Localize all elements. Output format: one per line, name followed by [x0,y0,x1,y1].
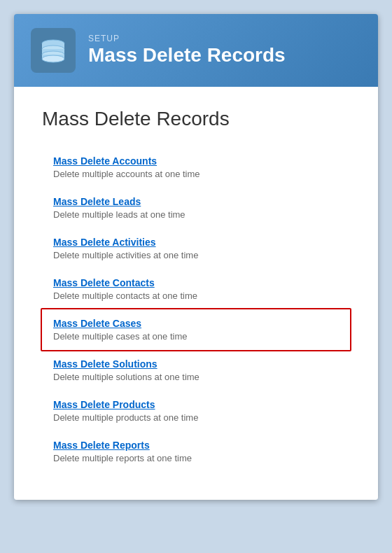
setup-label: SETUP [88,34,286,43]
menu-desc-contacts: Delete multiple contacts at one time [53,290,339,301]
menu-link-contacts[interactable]: Mass Delete Contacts [53,277,339,288]
header: SETUP Mass Delete Records [14,14,378,87]
menu-link-leads[interactable]: Mass Delete Leads [53,196,339,207]
menu-link-activities[interactable]: Mass Delete Activities [53,237,339,248]
header-title: Mass Delete Records [88,43,286,67]
header-text: SETUP Mass Delete Records [88,34,286,67]
menu-item-products: Mass Delete ProductsDelete multiple prod… [42,391,350,431]
menu-desc-solutions: Delete multiple solutions at one time [53,372,339,382]
header-icon [31,28,76,73]
menu-desc-activities: Delete multiple activities at one time [53,250,339,260]
menu-item-solutions: Mass Delete SolutionsDelete multiple sol… [42,350,350,391]
menu-link-solutions[interactable]: Mass Delete Solutions [53,358,339,370]
menu-link-products[interactable]: Mass Delete Products [53,399,339,410]
menu-desc-cases: Delete multiple cases at one time [53,331,339,342]
menu-desc-accounts: Delete multiple accounts at one time [53,169,339,179]
page-heading: Mass Delete Records [42,108,350,130]
menu-item-contacts: Mass Delete ContactsDelete multiple cont… [42,269,350,309]
menu-list: Mass Delete AccountsDelete multiple acco… [42,147,350,472]
menu-desc-products: Delete multiple products at one time [53,412,339,423]
content-area: Mass Delete Records Mass Delete Accounts… [14,87,378,500]
menu-item-cases: Mass Delete CasesDelete multiple cases a… [41,308,351,351]
menu-desc-leads: Delete multiple leads at one time [53,209,339,220]
menu-item-accounts: Mass Delete AccountsDelete multiple acco… [42,147,350,188]
menu-item-activities: Mass Delete ActivitiesDelete multiple ac… [42,228,350,269]
menu-link-cases[interactable]: Mass Delete Cases [53,318,339,329]
menu-link-reports[interactable]: Mass Delete Reports [53,440,339,451]
menu-item-reports: Mass Delete ReportsDelete multiple repor… [42,431,350,472]
svg-point-6 [42,55,64,62]
database-icon [39,36,67,64]
page-container: SETUP Mass Delete Records Mass Delete Re… [14,14,378,500]
menu-item-leads: Mass Delete LeadsDelete multiple leads a… [42,188,350,228]
menu-desc-reports: Delete multiple reports at one time [53,453,339,463]
menu-link-accounts[interactable]: Mass Delete Accounts [53,155,339,167]
